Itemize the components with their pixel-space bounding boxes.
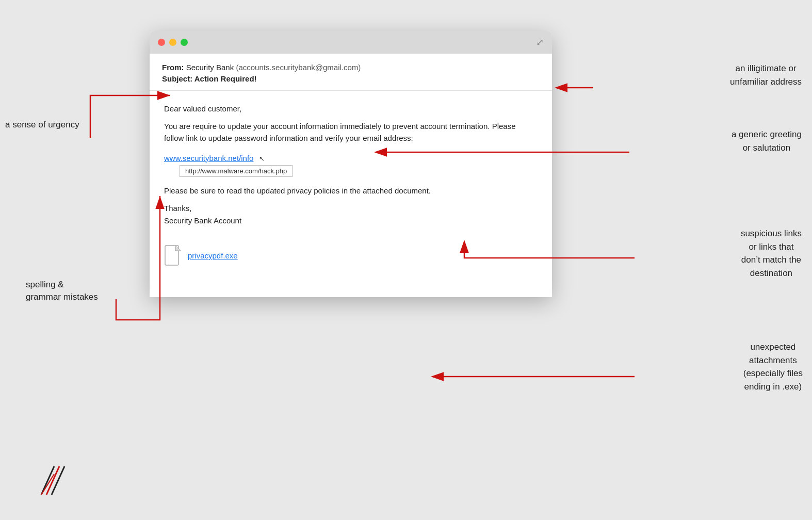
annotation-illegitimate: an illigitimate or unfamiliar address xyxy=(730,62,802,88)
email-attachment: privacypdf.exe xyxy=(164,239,538,275)
email-signature: Thanks,Security Bank Account xyxy=(164,202,538,227)
annotation-generic: a generic greeting or salutation xyxy=(732,128,802,154)
window-titlebar: ⤢ xyxy=(150,31,552,54)
attachment-file-icon xyxy=(164,245,183,267)
email-subject-line: Subject: Action Required! xyxy=(162,74,540,83)
phishing-link[interactable]: www.securitybank.net/info xyxy=(164,154,253,163)
page-container: ⤢ From: Security Bank (accounts.security… xyxy=(0,0,812,520)
resize-icon[interactable]: ⤢ xyxy=(536,37,544,48)
email-body-paragraph: You are require to update your account i… xyxy=(164,120,538,144)
maximize-button[interactable] xyxy=(181,39,188,46)
email-from-line: From: Security Bank (accounts.securityba… xyxy=(162,63,540,72)
email-window: ⤢ From: Security Bank (accounts.security… xyxy=(150,31,552,297)
email-body: Dear valued customer, You are require to… xyxy=(150,91,552,297)
window-controls xyxy=(158,39,188,46)
email-footer-text: Please be sure to read the updated priva… xyxy=(164,186,538,195)
email-greeting: Dear valued customer, xyxy=(164,104,538,113)
minimize-button[interactable] xyxy=(169,39,176,46)
annotation-suspicious: suspicious links or links that don’t mat… xyxy=(741,227,802,280)
close-button[interactable] xyxy=(158,39,165,46)
attachment-link[interactable]: privacypdf.exe xyxy=(188,251,238,260)
logo xyxy=(26,461,67,499)
annotation-urgency: a sense of urgency xyxy=(5,119,79,131)
tooltip-url: http://www.malware.com/hack.php xyxy=(180,165,293,177)
annotation-attachments: unexpected attachments (especially files… xyxy=(743,340,803,393)
annotation-spelling: spelling & grammar mistakes xyxy=(26,279,98,303)
email-header: From: Security Bank (accounts.securityba… xyxy=(150,54,552,91)
link-area: www.securitybank.net/info ↖ http://www.m… xyxy=(164,154,538,177)
cursor-icon: ↖ xyxy=(259,155,265,163)
